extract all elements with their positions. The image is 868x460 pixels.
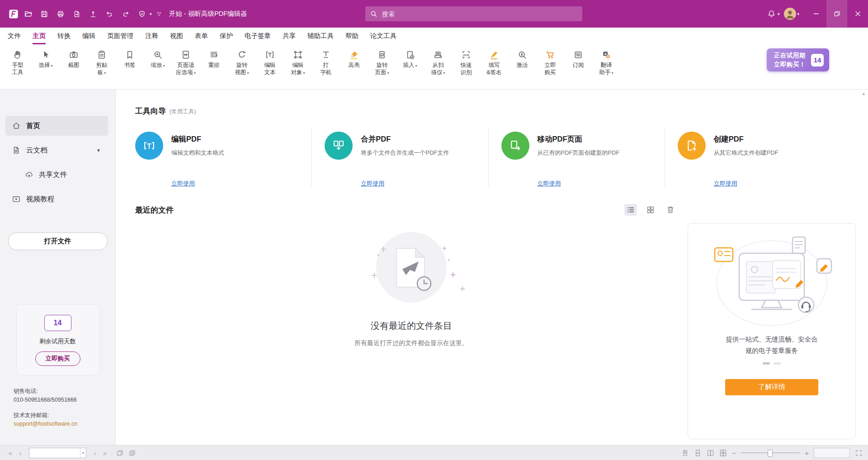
chevron-down-icon[interactable]: ▼ — [96, 148, 101, 153]
close-button[interactable] — [847, 0, 868, 28]
menu-item-help[interactable]: 帮助 — [345, 28, 359, 44]
undo-icon[interactable] — [102, 6, 117, 22]
snapshot-copy-icon[interactable] — [116, 449, 124, 457]
menu-item-paper-tools[interactable]: 论文工具 — [370, 28, 396, 44]
ribbon-insert[interactable]: 插入▾ — [397, 47, 423, 70]
zoom-in-button[interactable]: + — [805, 449, 809, 457]
fullscreen-icon[interactable] — [855, 449, 863, 457]
save-icon[interactable] — [37, 6, 52, 22]
zoom-slider[interactable] — [741, 450, 800, 456]
ribbon-hand-tool[interactable]: 手型 工具 — [5, 47, 31, 77]
promo-pagination-dots[interactable] — [763, 362, 781, 365]
ribbon-subscribe-label: 订阅 — [573, 62, 584, 68]
minimize-button[interactable] — [806, 0, 826, 28]
sidebar-item-shared-files[interactable]: 共享文件 — [5, 165, 108, 185]
ribbon-subscribe[interactable]: 订阅 — [565, 47, 591, 70]
ribbon-fill-sign[interactable]: 填写 &签名 — [481, 47, 507, 77]
sidebar-item-cloud-docs[interactable]: 云文档▼ — [5, 140, 108, 160]
protect-sign-icon[interactable] — [135, 6, 149, 22]
copy-page-icon[interactable] — [128, 449, 136, 457]
use-now-link[interactable]: 立即使用 — [714, 180, 737, 188]
menu-item-protect[interactable]: 保护 — [220, 28, 233, 44]
list-view-button[interactable] — [624, 204, 637, 216]
menu-item-page-manage[interactable]: 页面管理 — [107, 28, 133, 44]
last-page-button[interactable]: » — [100, 449, 110, 457]
menu-item-edit[interactable]: 编辑 — [82, 28, 95, 44]
use-now-link[interactable]: 立即使用 — [361, 180, 384, 188]
two-page-continuous-view-icon[interactable] — [719, 449, 727, 457]
sidebar-item-home[interactable]: 首页 — [5, 116, 108, 136]
page-dropdown-icon[interactable]: ▾ — [80, 448, 86, 458]
single-page-view-icon[interactable] — [681, 449, 689, 457]
search-box[interactable] — [365, 6, 582, 21]
avatar[interactable] — [784, 8, 796, 20]
sidebar-item-video-tutorials[interactable]: 视频教程 — [5, 189, 108, 209]
ribbon-page-fit[interactable]: 页面适 应选项▾ — [173, 47, 199, 77]
restore-button[interactable] — [826, 0, 847, 28]
two-page-view-icon[interactable] — [707, 449, 714, 457]
tool-card-edit-pdf[interactable]: 编辑PDF编辑文档和文本格式立即使用 — [135, 128, 311, 188]
foxit-logo — [6, 6, 21, 22]
account-menu[interactable]: ▾ — [784, 8, 799, 20]
ribbon-quick-ocr[interactable]: OCR快速 识别 — [453, 47, 479, 77]
ribbon-from-scanner[interactable]: 从扫 描仪▾ — [425, 47, 451, 77]
ribbon-edit-object[interactable]: 编辑 对象▾ — [285, 47, 311, 77]
titlebar: ▾ ▽ 开始 - 福昕高级PDF编辑器 ▾ ▾ — [0, 0, 868, 28]
ribbon-bookmark[interactable]: 书签 — [117, 47, 143, 70]
menu-item-comment[interactable]: 注释 — [145, 28, 158, 44]
menu-item-convert[interactable]: 转换 — [57, 28, 71, 44]
use-now-link[interactable]: 立即使用 — [171, 180, 195, 188]
menu-item-file[interactable]: 文件 — [8, 28, 21, 44]
ribbon-rotate-page[interactable]: 旋转 页面▾ — [369, 47, 395, 77]
continuous-view-icon[interactable] — [694, 449, 702, 457]
learn-more-button[interactable]: 了解详情 — [725, 379, 818, 395]
ribbon-highlight[interactable]: 高亮 — [341, 47, 367, 70]
ribbon-zoom[interactable]: 缩放▾ — [145, 47, 171, 70]
notifications-bell-icon[interactable] — [764, 6, 779, 22]
ribbon-clipboard[interactable]: 剪贴 板▾ — [89, 47, 115, 77]
search-input[interactable] — [381, 10, 578, 18]
print-icon[interactable] — [53, 6, 68, 22]
redo-icon[interactable] — [118, 6, 133, 22]
open-file-icon[interactable] — [21, 6, 35, 22]
menu-item-home[interactable]: 主页 — [33, 28, 46, 44]
ribbon-typewriter[interactable]: 打 字机 — [313, 47, 339, 77]
buy-now-button[interactable]: 立即购买 — [35, 351, 80, 366]
ribbon-rotate-view[interactable]: 旋转 视图▾ — [229, 47, 255, 77]
export-pdf-icon[interactable] — [70, 6, 84, 22]
menu-item-accessibility[interactable]: 辅助工具 — [307, 28, 334, 44]
first-page-button[interactable]: « — [5, 449, 15, 457]
ribbon-snapshot-label: 截图 — [68, 62, 80, 68]
clear-recent-trash-button[interactable] — [664, 204, 677, 216]
ribbon-snapshot[interactable]: 截图 — [61, 47, 87, 70]
menu-item-form[interactable]: 表单 — [195, 28, 208, 44]
customize-toolbar-icon[interactable]: ▽ — [157, 11, 161, 17]
scrollbar-up-arrow[interactable]: ▲ — [862, 91, 866, 96]
trial-buy-badge[interactable]: 正在试用期 立即购买！ 14 — [767, 48, 829, 71]
menu-item-esign[interactable]: 电子签章 — [245, 28, 271, 44]
open-file-button[interactable]: 打开文件 — [8, 232, 108, 250]
chevron-down-icon[interactable]: ▾ — [778, 12, 780, 16]
use-now-link[interactable]: 立即使用 — [538, 180, 561, 188]
menu-item-view[interactable]: 视图 — [170, 28, 183, 44]
chevron-down-icon[interactable]: ▾ — [150, 12, 152, 16]
ribbon-reflow[interactable]: 重排 — [201, 47, 227, 70]
ribbon-select[interactable]: 选择▾ — [33, 47, 59, 70]
page-number-input[interactable] — [32, 449, 80, 456]
next-page-button[interactable]: › — [90, 449, 100, 457]
share-doc-icon[interactable] — [86, 6, 100, 22]
ribbon-translate-assistant[interactable]: A翻译 助手▾ — [593, 47, 619, 77]
zoom-slider-thumb[interactable] — [768, 450, 773, 457]
ribbon-activate[interactable]: 激活 — [509, 47, 535, 70]
tool-card-create-pdf[interactable]: 创建PDF从其它格式文件创建PDF立即使用 — [665, 128, 841, 188]
ribbon-buy-now[interactable]: 立即 购买 — [537, 47, 563, 77]
menu-item-share[interactable]: 共享 — [283, 28, 296, 44]
tool-card-merge-pdf[interactable]: 合并PDF将多个文件合并生成一个PDF文件立即使用 — [311, 128, 488, 188]
zoom-value-box[interactable] — [814, 448, 850, 458]
zoom-out-button[interactable]: − — [732, 449, 736, 457]
grid-view-button[interactable] — [644, 204, 657, 216]
previous-page-button[interactable]: ‹ — [15, 449, 25, 457]
support-email-link[interactable]: support@foxitsoftware.cn — [14, 420, 115, 428]
ribbon-edit-text[interactable]: 编辑 文本 — [257, 47, 283, 77]
tool-card-move-pdf-pages[interactable]: 移动PDF页面从已有的PDF页面创建新的PDF立即使用 — [488, 128, 665, 188]
